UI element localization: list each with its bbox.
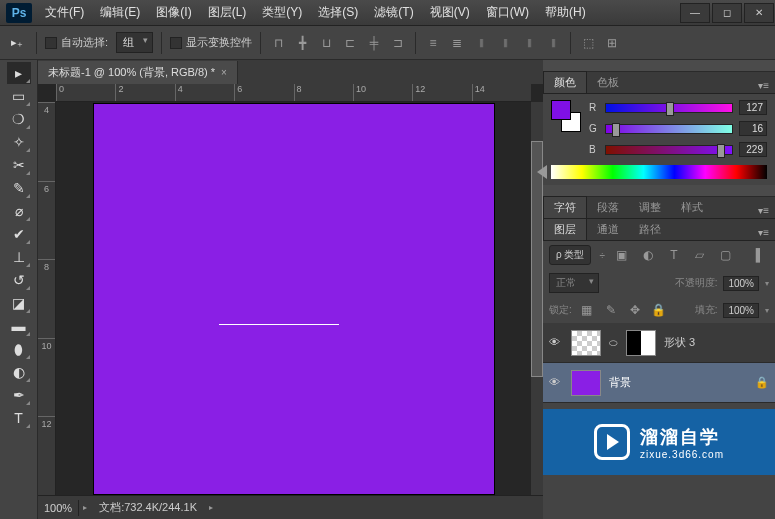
tab-adjust[interactable]: 调整 — [629, 197, 671, 218]
filter-toggle-icon[interactable]: ▌ — [751, 246, 769, 264]
menu-file[interactable]: 文件(F) — [38, 0, 91, 25]
filter-image-icon[interactable]: ▣ — [613, 246, 631, 264]
menu-help[interactable]: 帮助(H) — [538, 0, 593, 25]
lasso-tool[interactable]: ❍ — [7, 108, 31, 130]
mask-thumbnail[interactable] — [626, 330, 656, 356]
distribute-icon[interactable]: ⦀ — [472, 34, 490, 52]
layer-thumbnail[interactable] — [571, 330, 601, 356]
canvas[interactable] — [94, 104, 494, 494]
layer-row[interactable]: 👁 ⬭ 形状 3 — [543, 323, 775, 363]
close-button[interactable]: ✕ — [744, 3, 774, 23]
r-slider[interactable] — [605, 103, 733, 113]
g-slider[interactable] — [605, 124, 733, 134]
zoom-field[interactable]: 100% — [38, 500, 79, 516]
align-vcenter-icon[interactable]: ╋ — [293, 34, 311, 52]
lock-pixels-icon[interactable]: ✎ — [602, 301, 620, 319]
eraser-tool[interactable]: ◪ — [7, 292, 31, 314]
canvas-viewport[interactable] — [56, 102, 531, 495]
menu-view[interactable]: 视图(V) — [423, 0, 477, 25]
move-tool[interactable]: ▸ — [7, 62, 31, 84]
layer-filter-dropdown[interactable]: ρ 类型 — [549, 245, 591, 265]
tab-color[interactable]: 颜色 — [543, 71, 587, 93]
visibility-icon[interactable]: 👁 — [549, 336, 563, 350]
distribute-icon[interactable]: ⦀ — [520, 34, 538, 52]
blur-tool[interactable]: ⬮ — [7, 338, 31, 360]
docinfo-dropdown-icon[interactable]: ▸ — [205, 503, 217, 512]
stamp-tool[interactable]: ⊥ — [7, 246, 31, 268]
layer-name[interactable]: 形状 3 — [664, 335, 695, 350]
align-left-icon[interactable]: ⊏ — [341, 34, 359, 52]
move-tool-icon[interactable]: ▸₊ — [6, 32, 28, 54]
pen-tool[interactable]: ✒ — [7, 384, 31, 406]
crop-tool[interactable]: ✂ — [7, 154, 31, 176]
filter-smart-icon[interactable]: ▢ — [717, 246, 735, 264]
menu-filter[interactable]: 滤镜(T) — [367, 0, 420, 25]
zoom-dropdown-icon[interactable]: ▸ — [79, 503, 91, 512]
distribute-icon[interactable]: ≣ — [448, 34, 466, 52]
tab-paths[interactable]: 路径 — [629, 219, 671, 240]
panel-menu-icon[interactable]: ▾≡ — [752, 225, 775, 240]
tab-character[interactable]: 字符 — [543, 196, 587, 218]
maximize-button[interactable]: ◻ — [712, 3, 742, 23]
b-slider[interactable] — [605, 145, 733, 155]
layer-row[interactable]: 👁 背景 🔒 — [543, 363, 775, 403]
tab-swatches[interactable]: 色板 — [587, 72, 629, 93]
align-bottom-icon[interactable]: ⊔ — [317, 34, 335, 52]
align-right-icon[interactable]: ⊐ — [389, 34, 407, 52]
healing-tool[interactable]: ⌀ — [7, 200, 31, 222]
align-hcenter-icon[interactable]: ╪ — [365, 34, 383, 52]
color-swatches[interactable] — [551, 100, 581, 140]
foreground-swatch[interactable] — [551, 100, 571, 120]
opacity-dropdown-icon[interactable]: ▾ — [765, 279, 769, 288]
tab-styles[interactable]: 样式 — [671, 197, 713, 218]
distribute-icon[interactable]: ⦀ — [496, 34, 514, 52]
wand-tool[interactable]: ✧ — [7, 131, 31, 153]
auto-select-checkbox[interactable]: 自动选择: — [45, 35, 108, 50]
b-value[interactable]: 229 — [739, 142, 767, 157]
eyedropper-tool[interactable]: ✎ — [7, 177, 31, 199]
3d-icon[interactable]: ⬚ — [579, 34, 597, 52]
minimize-button[interactable]: — — [680, 3, 710, 23]
auto-select-dropdown[interactable]: 组 — [116, 32, 153, 53]
blend-mode-dropdown[interactable]: 正常 — [549, 273, 599, 293]
g-value[interactable]: 16 — [739, 121, 767, 136]
opacity-value[interactable]: 100% — [723, 276, 759, 291]
fill-dropdown-icon[interactable]: ▾ — [765, 306, 769, 315]
lock-all-icon[interactable]: 🔒 — [650, 301, 668, 319]
tab-channels[interactable]: 通道 — [587, 219, 629, 240]
menu-layer[interactable]: 图层(L) — [201, 0, 254, 25]
visibility-icon[interactable]: 👁 — [549, 376, 563, 390]
fill-value[interactable]: 100% — [723, 303, 759, 318]
filter-type-icon[interactable]: T — [665, 246, 683, 264]
document-tab[interactable]: 未标题-1 @ 100% (背景, RGB/8) * × — [38, 61, 238, 84]
filter-shape-icon[interactable]: ▱ — [691, 246, 709, 264]
color-spectrum[interactable] — [551, 165, 767, 179]
show-transform-checkbox[interactable]: 显示变换控件 — [170, 35, 252, 50]
menu-window[interactable]: 窗口(W) — [479, 0, 536, 25]
panel-menu-icon[interactable]: ▾≡ — [752, 78, 775, 93]
history-brush-tool[interactable]: ↺ — [7, 269, 31, 291]
panel-menu-icon[interactable]: ▾≡ — [752, 203, 775, 218]
close-tab-icon[interactable]: × — [221, 67, 227, 78]
menu-type[interactable]: 类型(Y) — [255, 0, 309, 25]
brush-tool[interactable]: ✔ — [7, 223, 31, 245]
lock-transparency-icon[interactable]: ▦ — [578, 301, 596, 319]
r-value[interactable]: 127 — [739, 100, 767, 115]
dodge-tool[interactable]: ◐ — [7, 361, 31, 383]
distribute-icon[interactable]: ≡ — [424, 34, 442, 52]
layer-thumbnail[interactable] — [571, 370, 601, 396]
align-top-icon[interactable]: ⊓ — [269, 34, 287, 52]
filter-adjust-icon[interactable]: ◐ — [639, 246, 657, 264]
scrollbar-vertical[interactable] — [531, 102, 543, 495]
type-tool[interactable]: T — [7, 407, 31, 429]
gradient-tool[interactable]: ▬ — [7, 315, 31, 337]
menu-select[interactable]: 选择(S) — [311, 0, 365, 25]
lock-position-icon[interactable]: ✥ — [626, 301, 644, 319]
marquee-tool[interactable]: ▭ — [7, 85, 31, 107]
layer-name[interactable]: 背景 — [609, 375, 631, 390]
tab-paragraph[interactable]: 段落 — [587, 197, 629, 218]
link-icon[interactable]: ⬭ — [609, 337, 618, 349]
distribute-icon[interactable]: ⦀ — [544, 34, 562, 52]
menu-edit[interactable]: 编辑(E) — [93, 0, 147, 25]
tab-layers[interactable]: 图层 — [543, 218, 587, 240]
